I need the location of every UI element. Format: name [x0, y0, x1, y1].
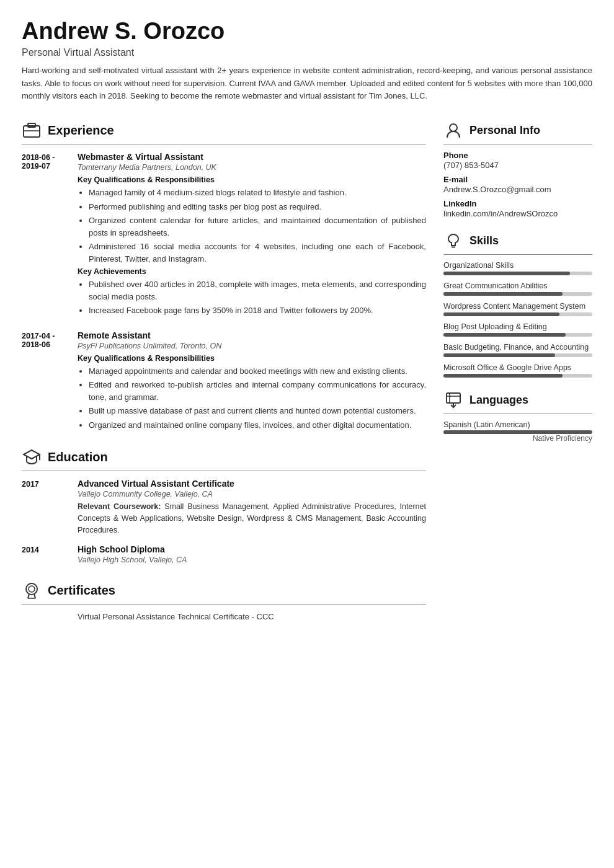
skills-title: Skills: [469, 234, 499, 247]
svg-rect-13: [447, 393, 460, 403]
experience-divider: [22, 144, 426, 144]
edu2-degree: High School Diploma: [78, 544, 426, 554]
certificates-section-header: Certificates: [22, 580, 426, 600]
skill-item-0: Organizational Skills: [443, 261, 592, 275]
personal-info-divider: [443, 144, 592, 144]
svg-line-7: [28, 594, 29, 598]
exp1-qualifications-list: Managed family of 4 medium-sized blogs r…: [78, 187, 426, 265]
list-item: Built up massive database of past and cu…: [89, 405, 426, 417]
edu2-year: 2014: [22, 544, 78, 567]
skill-bar-bg-1: [443, 292, 592, 296]
left-column: Experience 2018-06 - 2019-07 Webmaster &…: [22, 120, 426, 635]
skill-bar-bg-0: [443, 272, 592, 275]
edu1-year: 2017: [22, 479, 78, 536]
list-item: Edited and reworked to-publish articles …: [89, 379, 426, 403]
lang-name-0: Spanish (Latin American): [443, 420, 592, 429]
cert-entry-1: Virtual Personal Assistance Technical Ce…: [22, 612, 426, 621]
edu1-coursework-label: Relevant Coursework:: [78, 502, 161, 511]
experience-section-header: Experience: [22, 120, 426, 140]
phone-label: Phone: [443, 151, 592, 160]
list-item: Managed appointments and calendar and bo…: [89, 365, 426, 378]
education-section-header: Education: [22, 447, 426, 467]
skill-item-4: Basic Budgeting, Finance, and Accounting: [443, 343, 592, 357]
exp2-company: PsyFi Publications Unlimited, Toronto, O…: [78, 342, 426, 350]
skills-divider: [443, 254, 592, 255]
list-item: Published over 400 articles in 2018, com…: [89, 278, 426, 303]
skill-bar-fill-2: [443, 312, 559, 316]
personal-info-section: Personal Info Phone (707) 853-5047 E-mai…: [443, 120, 592, 218]
experience-icon: [22, 120, 42, 140]
languages-divider: [443, 414, 592, 414]
certificates-divider: [22, 604, 426, 604]
skill-item-3: Blog Post Uploading & Editing: [443, 322, 592, 337]
svg-marker-3: [24, 450, 40, 459]
skill-name-2: Wordpress Content Management System: [443, 302, 592, 311]
exp1-qualifications-heading: Key Qualifications & Responsibilities: [78, 175, 426, 184]
skills-section: Skills Organizational Skills Great Commu…: [443, 231, 592, 378]
email-value: Andrew.S.Orozco@gmail.com: [443, 185, 592, 194]
skill-item-2: Wordpress Content Management System: [443, 302, 592, 316]
list-item: Organized content calendar for future ar…: [89, 215, 426, 239]
edu1-content: Advanced Virtual Assistant Certificate V…: [78, 479, 426, 536]
email-label: E-mail: [443, 175, 592, 184]
skill-bar-fill-4: [443, 353, 555, 357]
skill-bar-bg-3: [443, 333, 592, 337]
edu2-content: High School Diploma Vallejo High School,…: [78, 544, 426, 567]
education-icon: [22, 447, 42, 467]
list-item: Organized and maintained online company …: [89, 419, 426, 432]
svg-point-5: [26, 583, 37, 595]
linkedin-value: linkedin.com/in/AndrewSOrozco: [443, 209, 592, 218]
education-section: Education 2017 Advanced Virtual Assistan…: [22, 447, 426, 567]
svg-line-8: [34, 594, 35, 598]
certificates-icon: [22, 580, 42, 600]
personal-info-title: Personal Info: [469, 124, 540, 137]
applicant-summary: Hard-working and self-motivated virtual …: [22, 64, 592, 103]
skill-name-3: Blog Post Uploading & Editing: [443, 322, 592, 331]
exp2-content: Remote Assistant PsyFi Publications Unli…: [78, 330, 426, 434]
skill-name-5: Microsoft Office & Google Drive Apps: [443, 363, 592, 372]
skill-bar-fill-3: [443, 333, 566, 337]
exp1-content: Webmaster & Virtual Assistant Tomterrany…: [78, 152, 426, 319]
edu-entry-1: 2017 Advanced Virtual Assistant Certific…: [22, 479, 426, 536]
edu1-school: Vallejo Community College, Vallejo, CA: [78, 490, 426, 498]
languages-section: Languages Spanish (Latin American) Nativ…: [443, 390, 592, 443]
skill-bar-bg-2: [443, 312, 592, 316]
list-item: Increased Facebook page fans by 350% in …: [89, 304, 426, 317]
cert-text: Virtual Personal Assistance Technical Ce…: [78, 612, 274, 621]
skills-header: Skills: [443, 231, 592, 250]
edu2-school: Vallejo High School, Vallejo, CA: [78, 556, 426, 564]
list-item: Administered 16 social media accounts fo…: [89, 241, 426, 265]
resume-page: Andrew S. Orozco Personal Virtual Assist…: [0, 0, 614, 868]
skill-bar-fill-1: [443, 292, 563, 296]
exp1-achievements-list: Published over 400 articles in 2018, com…: [78, 278, 426, 317]
applicant-name: Andrew S. Orozco: [22, 19, 592, 45]
exp1-company: Tomterrany Media Partners, London, UK: [78, 163, 426, 172]
exp2-qualifications-list: Managed appointments and calendar and bo…: [78, 365, 426, 432]
exp2-qualifications-heading: Key Qualifications & Responsibilities: [78, 354, 426, 363]
skill-bar-fill-5: [443, 374, 563, 378]
skill-bar-bg-4: [443, 353, 592, 357]
certificates-section: Certificates Virtual Personal Assistance…: [22, 580, 426, 621]
skill-name-1: Great Communication Abilities: [443, 281, 592, 290]
skill-item-1: Great Communication Abilities: [443, 281, 592, 296]
personal-info-header: Personal Info: [443, 120, 592, 140]
exp1-achievements-heading: Key Achievements: [78, 267, 426, 276]
languages-icon: [443, 390, 463, 410]
list-item: Performed publishing and editing tasks p…: [89, 201, 426, 213]
exp1-job-title: Webmaster & Virtual Assistant: [78, 152, 426, 162]
svg-point-10: [450, 124, 457, 131]
phone-value: (707) 853-5047: [443, 161, 592, 170]
languages-title: Languages: [469, 394, 528, 407]
experience-title: Experience: [48, 123, 114, 138]
certificates-title: Certificates: [48, 583, 115, 598]
edu1-coursework: Relevant Coursework: Small Business Mana…: [78, 501, 426, 536]
list-item: Managed family of 4 medium-sized blogs r…: [89, 187, 426, 199]
svg-point-6: [29, 586, 35, 592]
skill-item-5: Microsoft Office & Google Drive Apps: [443, 363, 592, 378]
edu1-degree: Advanced Virtual Assistant Certificate: [78, 479, 426, 489]
education-divider: [22, 471, 426, 471]
linkedin-label: LinkedIn: [443, 199, 592, 208]
skill-bar-fill-0: [443, 272, 570, 275]
edu-entry-2: 2014 High School Diploma Vallejo High Sc…: [22, 544, 426, 567]
experience-entry-2: 2017-04 - 2018-06 Remote Assistant PsyFi…: [22, 330, 426, 434]
